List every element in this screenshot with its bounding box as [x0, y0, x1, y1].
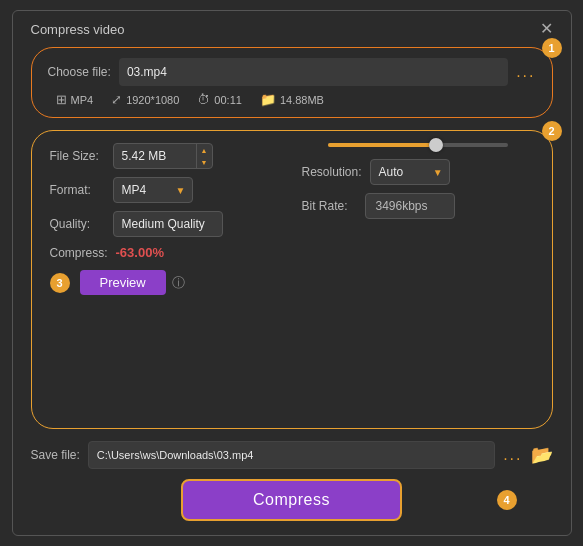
meta-duration: ⏱ 00:11 — [197, 92, 242, 107]
dialog: Compress video ✕ 1 Choose file: 03.mp4 .… — [12, 10, 572, 536]
spin-up-button[interactable]: ▲ — [197, 144, 212, 156]
resolution-dropdown-arrow: ▼ — [427, 167, 449, 178]
bitrate-value: 3496kbps — [365, 193, 455, 219]
meta-duration-value: 00:11 — [214, 94, 242, 106]
file-meta: ⊞ MP4 ⤢ 1920*1080 ⏱ 00:11 📁 14.88MB — [48, 92, 536, 107]
compress-button[interactable]: Compress — [181, 479, 402, 521]
save-file-section: Save file: C:\Users\ws\Downloads\03.mp4 … — [31, 441, 553, 469]
spin-down-button[interactable]: ▼ — [197, 156, 212, 168]
resolution-row: Resolution: Auto ▼ — [302, 159, 534, 185]
save-dots-button[interactable]: ... — [503, 446, 522, 464]
info-icon[interactable]: ⓘ — [172, 274, 185, 292]
quality-label: Quality: — [50, 217, 105, 231]
choose-label: Choose file: — [48, 65, 111, 79]
quality-value: Medium Quality — [122, 217, 205, 231]
meta-format-value: MP4 — [71, 94, 94, 106]
file-size-label: File Size: — [50, 149, 105, 163]
step-badge-3: 3 — [50, 273, 70, 293]
step-badge-1: 1 — [542, 38, 562, 58]
file-size-value: 5.42 MB — [114, 149, 196, 163]
bitrate-label: Bit Rate: — [302, 199, 357, 213]
settings-right: Resolution: Auto ▼ Bit Rate: 3496kbps — [302, 143, 534, 295]
open-folder-icon[interactable]: 📂 — [531, 444, 553, 466]
meta-filesize-value: 14.88MB — [280, 94, 324, 106]
clock-icon: ⏱ — [197, 92, 210, 107]
folder-meta-icon: 📁 — [260, 92, 276, 107]
preview-button[interactable]: Preview — [80, 270, 166, 295]
save-path-text: C:\Users\ws\Downloads\03.mp4 — [97, 449, 254, 461]
resolution-dropdown[interactable]: Auto ▼ — [370, 159, 450, 185]
preview-row: 3 Preview ⓘ — [50, 270, 282, 295]
quality-row: Quality: Medium Quality — [50, 211, 282, 237]
meta-resolution-value: 1920*1080 — [126, 94, 179, 106]
file-size-spinner[interactable]: 5.42 MB ▲ ▼ — [113, 143, 213, 169]
format-value: MP4 — [114, 183, 170, 197]
format-dropdown[interactable]: MP4 ▼ — [113, 177, 193, 203]
step-badge-4: 4 — [497, 490, 517, 510]
file-size-row: File Size: 5.42 MB ▲ ▼ — [50, 143, 282, 169]
file-input[interactable]: 03.mp4 — [119, 58, 508, 86]
format-label: Format: — [50, 183, 105, 197]
format-icon: ⊞ — [56, 92, 67, 107]
quality-box[interactable]: Medium Quality — [113, 211, 223, 237]
slider-fill — [328, 143, 436, 147]
choose-file-section: 1 Choose file: 03.mp4 ... ⊞ MP4 ⤢ 1920*1… — [31, 47, 553, 118]
bitrate-row: Bit Rate: 3496kbps — [302, 193, 534, 219]
format-row: Format: MP4 ▼ — [50, 177, 282, 203]
close-button[interactable]: ✕ — [540, 21, 553, 37]
settings-left: File Size: 5.42 MB ▲ ▼ Format: MP4 ▼ — [50, 143, 282, 295]
compress-label: Compress: — [50, 246, 108, 260]
meta-resolution: ⤢ 1920*1080 — [111, 92, 179, 107]
resolution-icon: ⤢ — [111, 92, 122, 107]
compress-section: Compress 4 — [31, 479, 553, 521]
resolution-label: Resolution: — [302, 165, 362, 179]
format-dropdown-arrow: ▼ — [170, 185, 192, 196]
filename-text: 03.mp4 — [127, 65, 167, 79]
bitrate-text: 3496kbps — [376, 199, 428, 213]
compress-row: Compress: -63.00% — [50, 245, 282, 260]
compress-percent: -63.00% — [116, 245, 164, 260]
dialog-title: Compress video — [31, 22, 125, 37]
slider-row — [302, 143, 534, 151]
choose-file-dots-button[interactable]: ... — [516, 63, 535, 81]
spinner-arrows: ▲ ▼ — [196, 144, 212, 168]
step-badge-2: 2 — [542, 121, 562, 141]
title-bar: Compress video ✕ — [31, 21, 553, 37]
resolution-value: Auto — [371, 165, 427, 179]
choose-row: Choose file: 03.mp4 ... — [48, 58, 536, 86]
settings-body: File Size: 5.42 MB ▲ ▼ Format: MP4 ▼ — [50, 143, 534, 295]
quality-slider-track[interactable] — [328, 143, 508, 147]
save-label: Save file: — [31, 448, 80, 462]
meta-format: ⊞ MP4 — [56, 92, 94, 107]
meta-filesize: 📁 14.88MB — [260, 92, 324, 107]
save-path[interactable]: C:\Users\ws\Downloads\03.mp4 — [88, 441, 495, 469]
settings-section: 2 File Size: 5.42 MB ▲ ▼ For — [31, 130, 553, 429]
slider-thumb[interactable] — [429, 138, 443, 152]
